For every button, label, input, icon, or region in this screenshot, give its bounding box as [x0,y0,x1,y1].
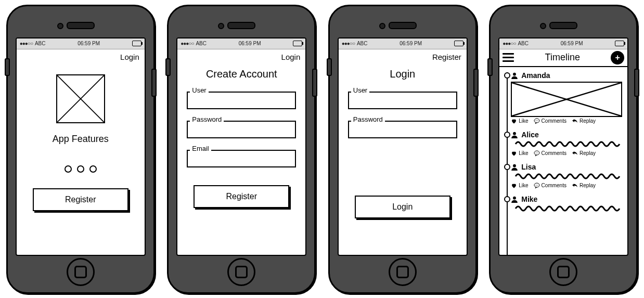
phone-login: ●●●○○ ABC 06:59 PM Register Login User P… [328,5,477,294]
battery-icon [615,41,624,46]
svg-point-2 [513,72,516,75]
page-indicator[interactable] [21,165,140,173]
home-button[interactable] [227,258,255,286]
like-button[interactable]: Like [511,150,528,157]
screen-welcome: ●●●○○ ABC 06:59 PM Login App Features Re… [16,37,146,256]
phone-create-account: ●●●○○ ABC 06:59 PM Login Create Account … [167,5,316,294]
timeline-node-icon [504,164,510,170]
like-button[interactable]: Like [511,183,528,189]
password-field[interactable]: Password [348,121,457,138]
login-title: Login [343,68,462,80]
user-label: User [351,86,369,94]
clock-label: 06:59 PM [368,41,454,46]
register-link[interactable]: Register [432,53,461,61]
timeline-title: Timeline [514,52,611,63]
like-button[interactable]: Like [511,118,528,124]
camera-dot [218,23,224,29]
status-bar: ●●●○○ ABC 06:59 PM [339,38,467,49]
battery-icon [293,41,302,46]
carrier-label: ABC [196,41,207,46]
heart-icon [511,150,517,157]
post-author[interactable]: Amanda [511,71,624,80]
login-link[interactable]: Login [281,53,301,61]
svg-point-12 [536,152,537,153]
author-name: Lisa [521,163,536,171]
screen-login: ●●●○○ ABC 06:59 PM Register Login User P… [338,37,468,256]
clock-label: 06:59 PM [207,41,293,46]
password-input[interactable] [187,121,296,138]
replay-button[interactable]: Replay [572,150,596,157]
register-button[interactable]: Register [33,188,128,211]
replay-button[interactable]: Replay [572,118,596,124]
post-actions: Like Comments Replay [511,183,624,189]
svg-point-11 [535,152,536,153]
home-button[interactable] [67,258,95,286]
reply-icon [572,118,578,124]
speaker-slot [227,22,255,29]
post-author[interactable]: Alice [511,131,624,139]
register-button[interactable]: Register [194,185,289,208]
create-title: Create Account [182,68,301,80]
post-author[interactable]: Lisa [511,163,624,171]
phone-timeline: ●●●○○ ABC 06:59 PM Timeline + [489,5,638,294]
status-bar: ●●●○○ ABC 06:59 PM [177,38,305,49]
status-bar: ●●●○○ ABC 06:59 PM [499,38,627,49]
author-name: Alice [521,131,538,139]
home-button[interactable] [389,258,417,286]
user-icon [511,196,518,203]
post-image-placeholder [511,82,622,117]
timeline-list[interactable]: Amanda Like Comments Replay [503,69,624,255]
post-author[interactable]: Mike [511,195,624,203]
wireframe-stage: ●●●○○ ABC 06:59 PM Login App Features Re… [0,0,644,298]
speaker-slot [389,22,417,29]
user-input[interactable] [348,92,457,109]
email-label: Email [190,145,211,152]
email-input[interactable] [187,150,296,167]
menu-icon[interactable] [503,53,514,62]
login-content: Register Login User Password Login [339,49,467,255]
add-post-button[interactable]: + [611,51,624,64]
email-field[interactable]: Email [187,150,296,167]
svg-point-19 [513,196,516,199]
comments-button[interactable]: Comments [534,150,566,157]
post-text-placeholder [513,204,622,214]
signal-icon: ●●●○○ [503,41,516,46]
svg-point-6 [535,120,536,121]
user-field[interactable]: User [187,92,296,109]
comments-button[interactable]: Comments [534,118,566,124]
timeline-item: Lisa Like Comments Replay [511,161,624,189]
svg-point-7 [536,120,537,121]
password-input[interactable] [348,121,457,138]
create-content: Login Create Account User Password Email… [177,49,305,255]
replay-button[interactable]: Replay [572,183,596,189]
home-button[interactable] [549,258,577,286]
timeline-item: Alice Like Comments Replay [511,128,624,157]
speaker-slot [67,22,95,29]
user-input[interactable] [187,92,296,109]
svg-point-17 [536,185,537,185]
timeline-header: Timeline + [499,49,627,67]
carrier-label: ABC [357,41,368,46]
welcome-content: Login App Features Register [17,49,145,255]
signal-icon: ●●●○○ [20,41,33,46]
author-name: Amanda [521,71,550,80]
reply-icon [572,183,578,189]
carrier-label: ABC [518,41,529,46]
password-label: Password [351,115,385,123]
camera-dot [57,23,63,29]
password-field[interactable]: Password [187,121,296,138]
comments-button[interactable]: Comments [534,183,566,189]
user-field[interactable]: User [348,92,457,109]
features-title: App Features [21,134,140,145]
clock-label: 06:59 PM [529,41,615,46]
speech-icon [534,118,540,124]
login-button[interactable]: Login [355,196,450,218]
screen-timeline: ●●●○○ ABC 06:59 PM Timeline + [498,37,628,256]
clock-label: 06:59 PM [46,41,132,46]
feature-image-placeholder [56,74,105,123]
speech-icon [534,150,540,157]
password-label: Password [190,115,224,123]
login-link[interactable]: Login [120,53,139,61]
camera-dot [379,23,385,29]
svg-point-8 [537,120,538,121]
